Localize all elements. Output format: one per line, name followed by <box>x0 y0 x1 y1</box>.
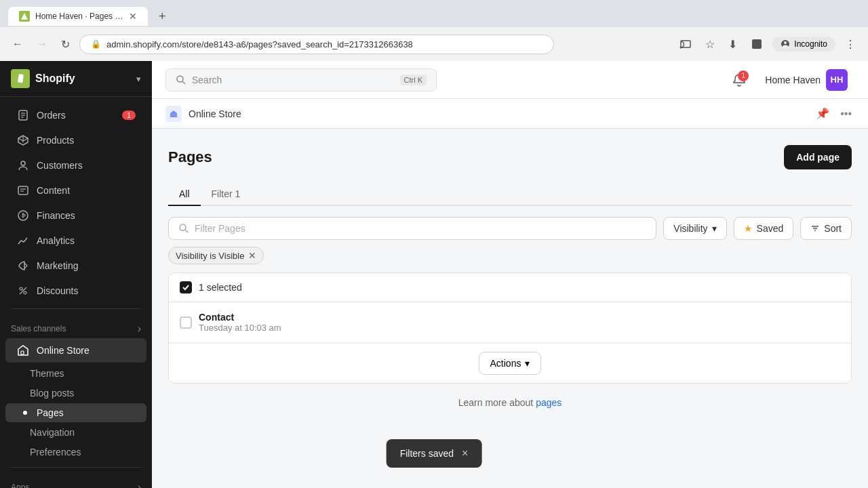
tab-close-btn[interactable]: ✕ <box>129 11 137 22</box>
notification-button[interactable]: 1 <box>728 69 750 91</box>
finances-label: Finances <box>37 210 75 221</box>
visibility-label: Visibility <box>673 223 707 234</box>
tab-favicon <box>19 11 30 22</box>
cast-icon[interactable] <box>675 35 696 53</box>
sidebar-subitem-preferences[interactable]: Preferences <box>5 443 146 462</box>
filter-search-icon <box>178 223 189 234</box>
page-header-actions: 📌 ••• <box>813 104 854 123</box>
store-avatar: HH <box>826 69 848 91</box>
pages-label: Pages <box>37 407 64 418</box>
shopify-icon <box>11 69 30 88</box>
more-button[interactable]: ••• <box>837 104 854 123</box>
star-icon: ★ <box>744 223 753 234</box>
sidebar-toggle[interactable]: ▾ <box>136 74 141 84</box>
sidebar-item-customers[interactable]: Customers <box>5 153 146 178</box>
sort-icon <box>810 224 820 233</box>
add-page-button[interactable]: Add page <box>784 145 852 169</box>
nav-divider-2 <box>11 467 141 468</box>
search-bar[interactable]: Search Ctrl K <box>165 68 437 92</box>
sidebar-item-marketing[interactable]: Marketing <box>5 253 146 278</box>
svg-point-24 <box>177 76 183 82</box>
sidebar-header: Shopify ▾ <box>0 61 152 97</box>
preferences-label: Preferences <box>30 447 81 458</box>
sidebar-subitem-themes[interactable]: Themes <box>5 364 146 383</box>
sales-channels-label: Sales channels <box>11 324 66 333</box>
shopify-logo[interactable]: Shopify <box>11 69 75 88</box>
customers-icon <box>16 159 30 172</box>
actions-button[interactable]: Actions ▾ <box>479 352 542 375</box>
sidebar-item-orders[interactable]: Orders 1 <box>5 103 146 127</box>
sidebar-subitem-navigation[interactable]: Navigation <box>5 423 146 442</box>
bookmark-icon[interactable]: ☆ <box>701 35 719 54</box>
sidebar-item-products[interactable]: Products <box>5 128 146 152</box>
toast-close-button[interactable]: × <box>462 447 468 460</box>
incognito-label: Incognito <box>794 39 827 49</box>
content-icon <box>16 184 30 197</box>
actions-label: Actions <box>490 358 521 369</box>
sidebar-item-online-store[interactable]: Online Store <box>5 338 146 363</box>
sidebar-item-discounts[interactable]: Discounts <box>5 279 146 303</box>
tab-filter1[interactable]: Filter 1 <box>201 183 252 206</box>
browser-actions: ☆ ⬇ Incognito ⋮ <box>675 35 860 54</box>
store-button[interactable]: Home Haven HH <box>758 65 854 95</box>
sidebar: Shopify ▾ Orders 1 Products <box>0 61 152 488</box>
sidebar-subitem-blog-posts[interactable]: Blog posts <box>5 384 146 403</box>
page-header-bar: Online Store 📌 ••• <box>152 99 868 129</box>
filter-pages-input[interactable] <box>195 223 646 234</box>
refresh-button[interactable]: ↻ <box>57 35 74 54</box>
sidebar-item-content[interactable]: Content <box>5 178 146 203</box>
menu-icon[interactable]: ⋮ <box>841 35 860 54</box>
row-content: Contact Tuesday at 10:03 am <box>199 312 281 333</box>
row-date: Tuesday at 10:03 am <box>199 323 281 333</box>
svg-point-16 <box>24 291 26 294</box>
visibility-button[interactable]: Visibility ▾ <box>663 217 726 240</box>
row-checkbox[interactable] <box>180 317 192 329</box>
row-title[interactable]: Contact <box>199 312 281 323</box>
pin-button[interactable]: 📌 <box>813 104 832 123</box>
svg-point-5 <box>784 41 787 44</box>
search-shortcut: Ctrl K <box>400 75 427 85</box>
svg-point-10 <box>21 161 25 165</box>
sidebar-item-analytics[interactable]: Analytics <box>5 228 146 253</box>
learn-more: Learn more about pages <box>168 384 852 422</box>
apps-label: Apps <box>11 483 29 488</box>
browser-chrome: Home Haven · Pages · Shopify ✕ + ← → ↻ 🔒… <box>0 0 868 61</box>
forward-button[interactable]: → <box>33 35 52 53</box>
apps-expand-icon: › <box>138 481 141 488</box>
new-tab-button[interactable]: + <box>153 7 172 26</box>
app-layout: Shopify ▾ Orders 1 Products <box>0 61 868 488</box>
tab-all[interactable]: All <box>168 183 201 206</box>
notification-badge: 1 <box>738 70 749 81</box>
pages-table: 1 selected Contact Tuesday at 10:03 am <box>168 272 852 384</box>
page-title-row: Pages Add page <box>168 145 852 169</box>
visibility-chevron: ▾ <box>712 223 717 234</box>
top-bar: Search Ctrl K 1 Home Haven HH <box>152 61 868 99</box>
incognito-button[interactable]: Incognito <box>772 37 835 52</box>
content-area: Pages Add page All Filter 1 Visibility <box>152 129 868 438</box>
actions-row: Actions ▾ <box>169 343 851 383</box>
tab-title: Home Haven · Pages · Shopify <box>35 12 123 21</box>
select-all-checkbox[interactable] <box>180 281 192 293</box>
download-icon[interactable]: ⬇ <box>724 35 741 54</box>
tabs-row: All Filter 1 <box>168 183 852 206</box>
browser-controls: ← → ↻ 🔒 admin.shopify.com/store/de8143-a… <box>0 27 868 61</box>
filter-tag-close[interactable]: ✕ <box>248 250 256 261</box>
sidebar-subitem-pages[interactable]: Pages <box>5 403 146 422</box>
sidebar-item-finances[interactable]: Finances <box>5 203 146 228</box>
profile-icon[interactable] <box>747 35 767 53</box>
browser-tab[interactable]: Home Haven · Pages · Shopify ✕ <box>8 7 148 26</box>
address-bar[interactable]: 🔒 admin.shopify.com/store/de8143-a6/page… <box>79 35 554 54</box>
filter-tag-label: Visibility is Visible <box>176 251 244 261</box>
saved-button[interactable]: ★ Saved <box>734 217 794 240</box>
online-store-label: Online Store <box>37 345 90 356</box>
sort-button[interactable]: Sort <box>800 217 852 240</box>
svg-point-26 <box>180 224 186 230</box>
back-button[interactable]: ← <box>8 35 27 53</box>
learn-more-link[interactable]: pages <box>536 397 561 408</box>
search-icon <box>176 75 186 85</box>
selected-count: 1 selected <box>199 282 242 293</box>
svg-rect-11 <box>18 186 28 195</box>
saved-label: Saved <box>757 223 784 234</box>
actions-chevron: ▾ <box>525 358 530 369</box>
table-selected-row: 1 selected <box>169 273 851 302</box>
